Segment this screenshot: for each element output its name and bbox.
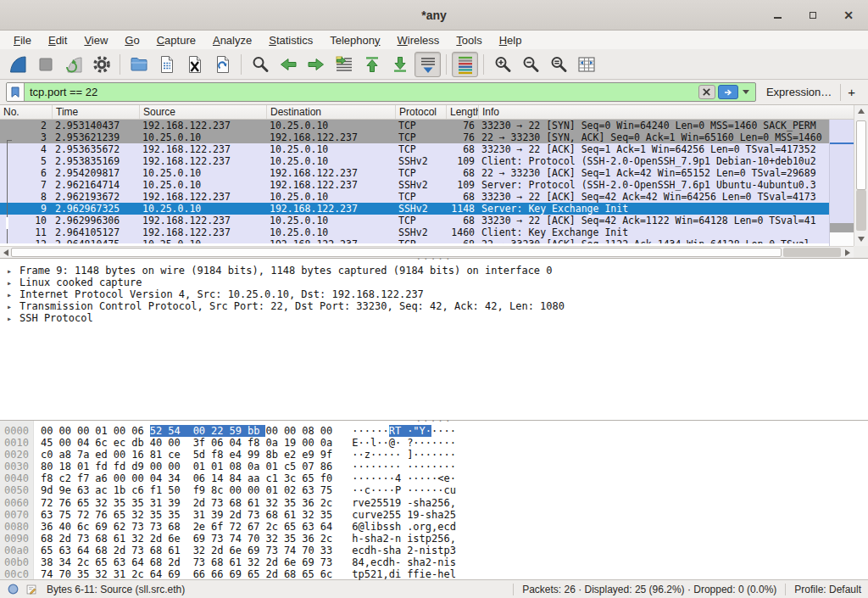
menu-analyze[interactable]: Analyze <box>204 32 260 48</box>
expression-button[interactable]: Expression… <box>756 86 840 98</box>
column-header-destination[interactable]: Destination <box>267 105 396 119</box>
go-forward-button[interactable] <box>303 52 329 77</box>
detail-row-2[interactable]: ▸Internet Protocol Version 4, Src: 10.25… <box>0 288 868 300</box>
go-last-packet-button[interactable] <box>387 52 413 77</box>
packet-row-11[interactable]: 112.964105127192.168.122.23710.25.0.10SS… <box>0 226 829 238</box>
packet-row-4[interactable]: 42.953635672192.168.122.23710.25.0.10TCP… <box>0 143 829 155</box>
menu-edit[interactable]: Edit <box>40 32 75 48</box>
hex-row-00c0[interactable]: 00c074703532312c6469666669652d68656ctp52… <box>0 568 868 580</box>
hex-row-0080[interactable]: 008036406c69627373682e6f72672c6563646@li… <box>0 521 868 533</box>
scroll-up-arrow-icon[interactable] <box>858 109 865 114</box>
filter-clear-button[interactable] <box>698 85 715 99</box>
column-header-no[interactable]: No. <box>0 105 53 119</box>
packet-row-3[interactable]: 32.95362123910.25.0.10192.168.122.237TCP… <box>0 131 829 143</box>
minimap-selected-marker <box>830 143 854 144</box>
go-to-packet-button[interactable] <box>331 52 357 77</box>
menu-statistics[interactable]: Statistics <box>260 32 321 48</box>
column-header-protocol[interactable]: Protocol <box>396 105 447 119</box>
scroll-left-arrow-icon[interactable] <box>3 249 8 256</box>
menu-capture[interactable]: Capture <box>148 32 204 48</box>
packet-row-2[interactable]: 22.953140437192.168.122.23710.25.0.10TCP… <box>0 120 829 131</box>
menu-view[interactable]: View <box>75 32 116 48</box>
packet-row-10[interactable]: 102.962996306192.168.122.23710.25.0.10TC… <box>0 215 829 226</box>
go-back-button[interactable] <box>275 52 301 77</box>
filter-apply-button[interactable] <box>718 85 738 99</box>
column-header-info[interactable]: Info <box>479 105 854 119</box>
expand-triangle-icon[interactable]: ▸ <box>7 289 19 301</box>
hex-row-0090[interactable]: 0090682d736861322d6e697374703235362ch-sh… <box>0 533 868 545</box>
scroll-down-arrow-icon[interactable] <box>858 237 865 242</box>
close-button[interactable]: ✕ <box>841 8 856 23</box>
hex-row-0050[interactable]: 00509d9e63ac1bc6f150f98c000001026375··c·… <box>0 484 868 496</box>
pane-splitter-handle[interactable]: ····· <box>415 419 452 424</box>
resize-columns-button[interactable] <box>573 52 599 77</box>
column-header-length[interactable]: Length <box>447 105 479 119</box>
auto-scroll-button[interactable] <box>415 52 441 77</box>
close-file-button[interactable] <box>181 52 208 77</box>
hex-row-0040[interactable]: 0040f8c2f7a600000434061484aac13c65f0····… <box>0 472 868 484</box>
detail-row-3[interactable]: ▸Transmission Control Protocol, Src Port… <box>0 300 868 312</box>
detail-row-0[interactable]: ▸Frame 9: 1148 bytes on wire (9184 bits)… <box>0 265 868 277</box>
menu-tools[interactable]: Tools <box>448 32 490 48</box>
packet-row-12[interactable]: 122.96481047510.25.0.10192.168.122.237TC… <box>0 238 829 243</box>
menu-wireless[interactable]: Wireless <box>389 32 448 48</box>
filter-add-button[interactable]: + <box>840 84 862 101</box>
start-capture-button[interactable] <box>4 52 31 77</box>
intelligent-scrollbar-minimap[interactable] <box>829 120 854 247</box>
hex-row-0010[interactable]: 00104500046cecdb40003f0604f80a19000aE··l… <box>0 437 868 449</box>
filter-history-dropdown[interactable] <box>740 85 753 99</box>
packet-row-8[interactable]: 82.962193672192.168.122.23710.25.0.10TCP… <box>0 191 829 203</box>
packet-row-9[interactable]: 92.96296732510.25.0.10192.168.122.237SSH… <box>0 203 829 215</box>
hex-row-0070[interactable]: 0070637572766532353531392d7368613235curv… <box>0 509 868 521</box>
packet-row-5[interactable]: 52.953835169192.168.122.23710.25.0.10SSH… <box>0 155 829 167</box>
expand-triangle-icon[interactable]: ▸ <box>7 301 19 313</box>
expand-triangle-icon[interactable]: ▸ <box>7 265 19 277</box>
expert-info-button[interactable] <box>7 583 19 595</box>
filter-bookmark-button[interactable] <box>7 83 25 101</box>
zoom-in-button[interactable] <box>489 52 515 77</box>
pane-splitter-handle[interactable]: ····· <box>415 257 452 262</box>
capture-comment-button[interactable] <box>25 584 37 595</box>
expand-triangle-icon[interactable]: ▸ <box>7 313 19 325</box>
packet-row-7[interactable]: 72.96216471410.25.0.10192.168.122.237SSH… <box>0 179 829 191</box>
scroll-right-arrow-icon[interactable] <box>845 249 850 256</box>
profile-indicator[interactable]: Profile: Default <box>794 584 861 595</box>
column-header-source[interactable]: Source <box>140 105 267 119</box>
menu-file[interactable]: File <box>5 32 40 48</box>
minimize-button[interactable] <box>770 8 785 23</box>
menu-go[interactable]: Go <box>116 32 147 48</box>
packet-list-header[interactable]: No. Time Source Destination Protocol Len… <box>0 105 854 120</box>
expand-triangle-icon[interactable]: ▸ <box>7 277 19 289</box>
go-first-packet-button[interactable] <box>359 52 385 77</box>
menu-telephony[interactable]: Telephony <box>321 32 388 48</box>
zoom-reset-button[interactable] <box>545 52 571 77</box>
hex-row-0060[interactable]: 006072766532353531392d7368613235362crve2… <box>0 497 868 509</box>
display-filter-input[interactable]: tcp.port == 22 <box>6 82 756 102</box>
hex-row-0030[interactable]: 0030801801fdfdd900000101080a01c50786····… <box>0 461 868 472</box>
hex-row-00a0[interactable]: 00a0656364682d736861322d6e6973747033ecdh… <box>0 545 868 556</box>
reload-file-button[interactable] <box>209 52 236 77</box>
colorize-packets-button[interactable] <box>452 52 478 77</box>
save-file-button[interactable] <box>153 52 180 77</box>
vertical-scrollbar-thumb[interactable] <box>856 120 866 190</box>
detail-row-4[interactable]: ▸SSH Protocol <box>0 312 868 324</box>
packet-list-vertical-scrollbar[interactable] <box>854 105 868 247</box>
restart-capture-button[interactable] <box>60 52 86 77</box>
hex-row-00b0[interactable]: 00b038342c656364682d736861322d6e697384,e… <box>0 556 868 568</box>
zoom-out-button[interactable] <box>517 52 543 77</box>
horizontal-scrollbar-thumb[interactable] <box>11 248 782 257</box>
cell-time: 2.954209817 <box>53 167 140 179</box>
capture-options-button[interactable] <box>88 52 114 77</box>
cell-dst: 192.168.122.237 <box>267 167 396 179</box>
maximize-button[interactable] <box>805 8 821 23</box>
cell-len: 68 <box>447 143 479 155</box>
menu-help[interactable]: Help <box>491 32 531 48</box>
hex-row-0020[interactable]: 0020c0a87aed001681ce5df8e4998be2e99f··z·… <box>0 449 868 461</box>
stop-capture-button[interactable] <box>32 52 58 77</box>
find-packet-button[interactable] <box>247 52 273 77</box>
detail-row-1[interactable]: ▸Linux cooked capture <box>0 277 868 288</box>
hex-row-0000[interactable]: 00000000000100065254002259bb00000800····… <box>0 425 868 437</box>
packet-row-6[interactable]: 62.95420981710.25.0.10192.168.122.237TCP… <box>0 167 829 179</box>
column-header-time[interactable]: Time <box>53 105 140 119</box>
open-file-button[interactable] <box>125 52 152 77</box>
